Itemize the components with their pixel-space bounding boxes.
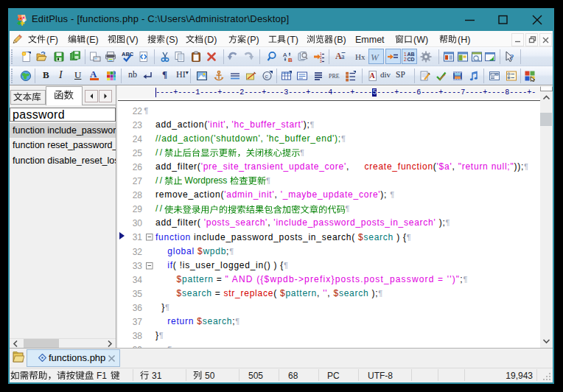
svg-text:AB: AB	[408, 52, 415, 57]
svg-text:c: c	[265, 73, 268, 80]
svg-text:B: B	[288, 57, 293, 63]
svg-text:2: 2	[404, 57, 407, 62]
svg-text:3: 3	[320, 59, 322, 63]
svg-text:Hx: Hx	[355, 52, 366, 61]
svg-text:A: A	[283, 52, 287, 58]
svg-text:1: 1	[404, 52, 407, 57]
svg-text:PRE: PRE	[329, 73, 340, 80]
svg-text:A: A	[370, 71, 376, 80]
svg-text:W: W	[371, 52, 380, 63]
svg-text:CD: CD	[408, 57, 415, 62]
svg-text:ABC: ABC	[122, 51, 133, 57]
svg-text:a: a	[341, 52, 345, 60]
svg-text:?: ?	[510, 52, 514, 61]
